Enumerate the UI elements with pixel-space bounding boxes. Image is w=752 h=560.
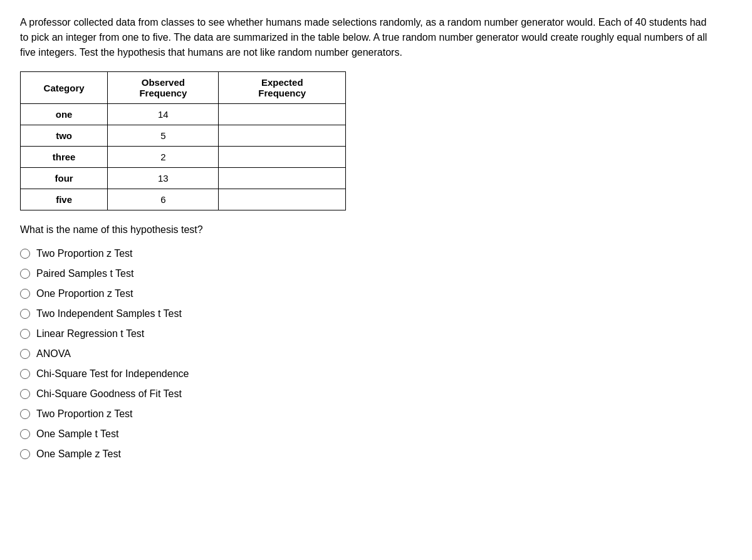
cell-expected-4	[219, 189, 346, 210]
option-label-9: One Sample t Test	[36, 428, 118, 440]
table-row: one14	[21, 104, 346, 125]
cell-observed-0: 14	[108, 104, 219, 125]
option-item-9[interactable]: One Sample t Test	[20, 428, 732, 440]
cell-expected-0	[219, 104, 346, 125]
cell-observed-3: 13	[108, 168, 219, 189]
radio-circle-10[interactable]	[20, 449, 30, 459]
option-item-0[interactable]: Two Proportion z Test	[20, 248, 732, 259]
radio-circle-4[interactable]	[20, 329, 30, 339]
option-item-3[interactable]: Two Independent Samples t Test	[20, 308, 732, 319]
col-header-expected: ExpectedFrequency	[219, 72, 346, 104]
option-label-0: Two Proportion z Test	[36, 248, 133, 259]
cell-expected-1	[219, 125, 346, 147]
col-header-category: Category	[21, 72, 108, 104]
cell-observed-1: 5	[108, 125, 219, 147]
option-label-4: Linear Regression t Test	[36, 328, 144, 340]
cell-expected-3	[219, 168, 346, 189]
cell-observed-4: 6	[108, 189, 219, 210]
question-text: What is the name of this hypothesis test…	[20, 224, 732, 236]
option-item-7[interactable]: Chi-Square Goodness of Fit Test	[20, 388, 732, 400]
option-item-10[interactable]: One Sample z Test	[20, 449, 732, 460]
option-item-1[interactable]: Paired Samples t Test	[20, 268, 732, 279]
radio-circle-7[interactable]	[20, 389, 30, 399]
cell-category-3: four	[21, 168, 108, 189]
table-row: two5	[21, 125, 346, 147]
cell-category-4: five	[21, 189, 108, 210]
option-label-7: Chi-Square Goodness of Fit Test	[36, 388, 182, 400]
cell-expected-2	[219, 147, 346, 168]
col-header-observed: ObservedFrequency	[108, 72, 219, 104]
radio-circle-8[interactable]	[20, 409, 30, 419]
option-item-6[interactable]: Chi-Square Test for Independence	[20, 368, 732, 380]
option-label-8: Two Proportion z Test	[36, 408, 133, 420]
problem-description: A professor collected data from classes …	[20, 15, 709, 60]
radio-circle-6[interactable]	[20, 369, 30, 379]
table-row: five6	[21, 189, 346, 210]
table-row: three2	[21, 147, 346, 168]
option-label-2: One Proportion z Test	[36, 288, 133, 299]
cell-category-2: three	[21, 147, 108, 168]
table-row: four13	[21, 168, 346, 189]
option-item-4[interactable]: Linear Regression t Test	[20, 328, 732, 340]
radio-circle-5[interactable]	[20, 349, 30, 359]
option-label-5: ANOVA	[36, 348, 71, 360]
cell-category-1: two	[21, 125, 108, 147]
radio-circle-3[interactable]	[20, 309, 30, 319]
options-list: Two Proportion z TestPaired Samples t Te…	[20, 248, 732, 460]
radio-circle-9[interactable]	[20, 429, 30, 439]
option-item-8[interactable]: Two Proportion z Test	[20, 408, 732, 420]
radio-circle-2[interactable]	[20, 289, 30, 299]
option-label-3: Two Independent Samples t Test	[36, 308, 182, 319]
radio-circle-0[interactable]	[20, 249, 30, 259]
radio-circle-1[interactable]	[20, 269, 30, 279]
data-table: Category ObservedFrequency ExpectedFrequ…	[20, 71, 346, 210]
option-label-6: Chi-Square Test for Independence	[36, 368, 189, 380]
option-item-2[interactable]: One Proportion z Test	[20, 288, 732, 299]
cell-observed-2: 2	[108, 147, 219, 168]
cell-category-0: one	[21, 104, 108, 125]
option-item-5[interactable]: ANOVA	[20, 348, 732, 360]
option-label-1: Paired Samples t Test	[36, 268, 133, 279]
option-label-10: One Sample z Test	[36, 449, 121, 460]
